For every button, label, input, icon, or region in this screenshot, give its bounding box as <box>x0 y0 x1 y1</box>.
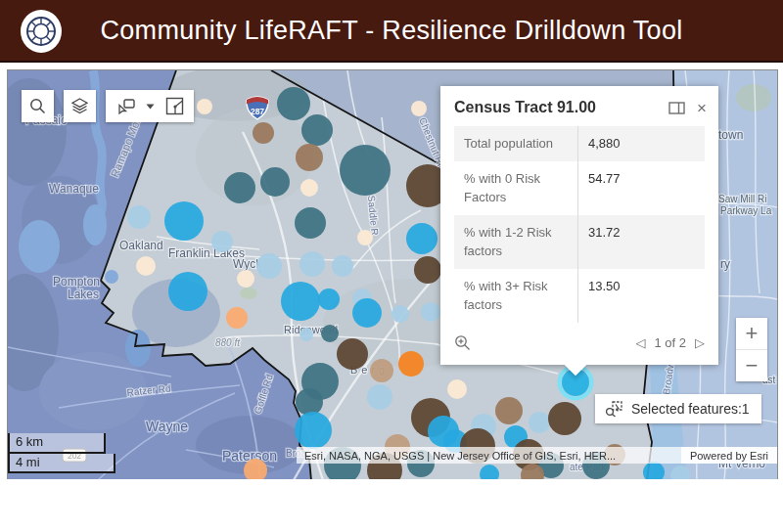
map-bubble[interactable] <box>332 255 353 277</box>
map-bubble[interactable] <box>277 87 310 120</box>
attribute-value: 13.50 <box>577 269 705 323</box>
popup-title: Census Tract 91.00 <box>454 99 668 116</box>
map-bubble[interactable] <box>411 101 427 116</box>
map-bubble[interactable] <box>224 172 255 203</box>
select-by-polygon-tool[interactable] <box>165 97 184 115</box>
map-bubble[interactable] <box>299 251 325 277</box>
map-label: 880 ft <box>215 337 241 348</box>
map-bubble[interactable] <box>295 412 332 449</box>
scalebar-mi: 4 mi <box>8 454 115 473</box>
map-label: town <box>718 128 743 142</box>
popup-pagination: ◁ 1 of 2 ▷ <box>635 335 705 350</box>
zoom-in-button[interactable]: + <box>736 318 767 349</box>
map-bubble[interactable] <box>529 412 550 433</box>
scalebar: 6 km 4 mi <box>8 433 115 473</box>
select-features-tool[interactable] <box>116 98 136 115</box>
zoom-control: + − <box>736 318 767 381</box>
map-bubble[interactable] <box>398 351 424 377</box>
prev-feature-icon[interactable]: ◁ <box>635 335 645 350</box>
next-feature-icon[interactable]: ▷ <box>695 335 705 350</box>
map-bubble[interactable] <box>447 379 467 399</box>
pagination-label: 1 of 2 <box>654 335 686 350</box>
bottom-toolbar: PRED0_E <box>0 479 783 532</box>
map-bubble[interactable] <box>296 388 323 416</box>
map-label: Pompton <box>53 275 100 288</box>
table-row: % with 1-2 Risk factors 31.72 <box>454 215 705 269</box>
map-bubble[interactable] <box>299 328 313 341</box>
selected-features-label: Selected features:1 <box>631 401 750 417</box>
map-bubble[interactable] <box>296 144 323 171</box>
attribution-sources: Esri, NASA, NGA, USGS | New Jersey Offic… <box>297 450 623 462</box>
map-bubble[interactable] <box>321 325 339 342</box>
dock-popup-icon[interactable] <box>668 102 685 114</box>
map-bubble[interactable] <box>300 179 318 197</box>
map-bubble[interactable] <box>136 256 156 276</box>
select-tool-group <box>106 90 194 122</box>
map-bubble[interactable] <box>164 201 204 241</box>
map-label: Oakland <box>119 239 163 252</box>
map-bubble[interactable] <box>197 99 212 114</box>
select-magnifier-icon <box>605 400 623 418</box>
attribute-label: Total population <box>454 126 577 161</box>
map-bubble[interactable] <box>548 402 581 435</box>
attribution-bar: Esri, NASA, NGA, USGS | New Jersey Offic… <box>297 447 777 464</box>
map-bubble[interactable] <box>421 302 440 322</box>
liferaft-logo-icon <box>20 9 63 54</box>
attribute-label: % with 3+ Risk factors <box>454 269 577 323</box>
page-title: Community LifeRAFT - Resilience Drilldow… <box>101 16 683 46</box>
scalebar-km: 6 km <box>8 433 106 454</box>
map-bubble[interactable] <box>260 167 290 197</box>
map-bubble[interactable] <box>295 207 326 239</box>
map-bubble[interactable] <box>253 122 274 144</box>
map-bubble[interactable] <box>357 230 373 245</box>
map-bubble[interactable] <box>226 307 248 329</box>
map-bubble[interactable] <box>237 270 254 288</box>
app-window: Community LifeRAFT - Resilience Drilldow… <box>0 0 783 532</box>
map-bubble[interactable] <box>352 298 382 328</box>
map-bubble[interactable] <box>256 253 282 279</box>
selected-features-badge[interactable]: Selected features:1 <box>595 394 761 423</box>
map-bubble[interactable] <box>211 231 233 252</box>
map-bubble[interactable] <box>301 114 333 146</box>
map-bubble[interactable] <box>392 305 409 323</box>
svg-text:287: 287 <box>251 107 264 116</box>
map-bubble[interactable] <box>318 288 340 310</box>
map-label: Lakes <box>68 288 99 301</box>
map-bubble[interactable] <box>281 282 320 321</box>
table-row: % with 3+ Risk factors 13.50 <box>454 269 705 323</box>
map-label: Wanaque <box>49 182 99 196</box>
attribute-value: 31.72 <box>577 215 705 269</box>
search-button[interactable] <box>22 90 54 122</box>
powered-by-esri: Powered by Esri <box>681 447 777 464</box>
map-bubble[interactable] <box>495 397 523 424</box>
map-bubble[interactable] <box>367 384 392 410</box>
zoom-out-button[interactable]: − <box>736 350 767 381</box>
layers-button[interactable] <box>64 90 96 122</box>
map-canvas[interactable]: 287 202 PassaicWanaqueRamapo MouOaklandF… <box>7 69 778 481</box>
map-bubble[interactable] <box>337 338 368 370</box>
search-icon <box>29 98 46 114</box>
map-bubble[interactable] <box>127 205 151 229</box>
layers-icon <box>70 97 89 115</box>
app-header: Community LifeRAFT - Resilience Drilldow… <box>0 0 783 63</box>
table-row: % with 0 Risk Factors 54.77 <box>454 161 705 215</box>
map-bubble[interactable] <box>168 272 207 311</box>
attribute-label: % with 0 Risk Factors <box>454 161 577 215</box>
chevron-down-icon[interactable] <box>146 104 155 110</box>
attribute-label: % with 1-2 Risk factors <box>454 215 577 269</box>
attribute-value: 4,880 <box>577 126 705 161</box>
popup-attribute-table: Total population 4,880 % with 0 Risk Fac… <box>454 126 705 323</box>
map-label: Wayne <box>146 419 188 434</box>
close-icon[interactable]: × <box>697 100 707 116</box>
map-label: ry <box>720 257 730 271</box>
map-bubble[interactable] <box>406 223 438 254</box>
zoom-to-feature-icon[interactable] <box>454 334 471 351</box>
table-row: Total population 4,880 <box>454 126 705 161</box>
map-bubble[interactable] <box>414 256 441 284</box>
feature-popup: Census Tract 91.00 × Total population 4,… <box>440 86 718 365</box>
map-bubble[interactable] <box>370 359 393 382</box>
attribute-value: 54.77 <box>577 161 705 215</box>
map-label: Parkway La <box>720 205 772 216</box>
map-bubble[interactable] <box>340 145 391 196</box>
map-label: Saw Mill Ri <box>718 194 766 204</box>
